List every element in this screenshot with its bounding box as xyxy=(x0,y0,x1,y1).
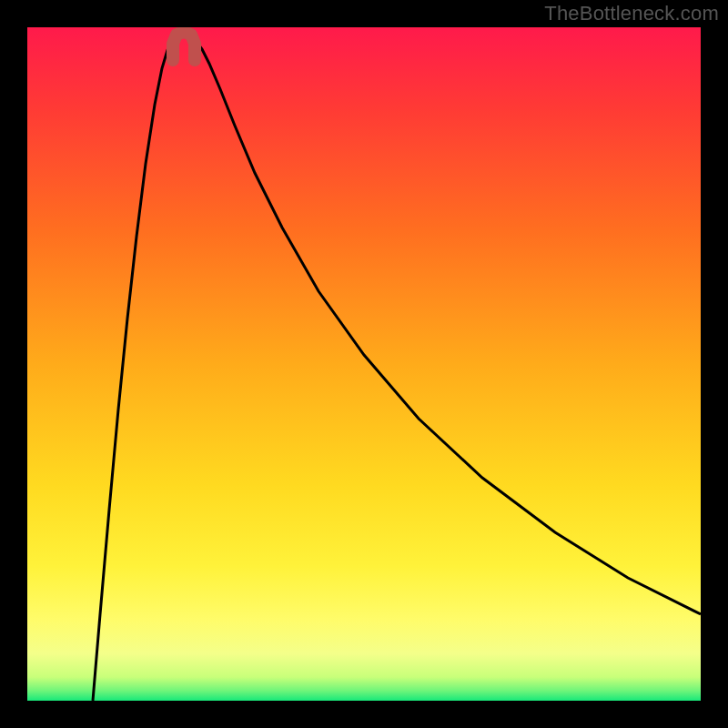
chart-outer-frame: TheBottleneck.com xyxy=(0,0,728,728)
chart-svg xyxy=(27,27,701,701)
plot-area xyxy=(27,27,701,701)
gradient-background xyxy=(27,27,701,701)
watermark-text: TheBottleneck.com xyxy=(544,2,719,25)
plot-frame xyxy=(27,27,701,701)
